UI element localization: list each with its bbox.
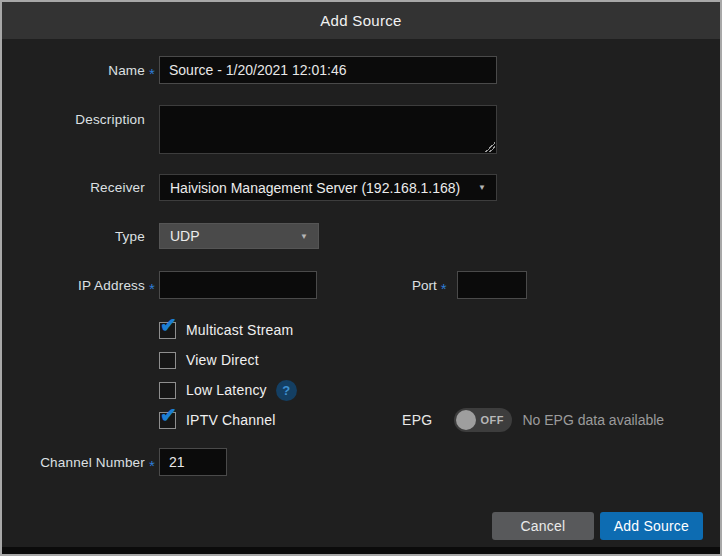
add-source-dialog: Add Source Name * Description Receiver H… [0, 0, 722, 556]
description-field-wrap [159, 105, 497, 154]
ip-port-row: IP Address * Port * [2, 271, 720, 299]
ip-address-label: IP Address [2, 278, 145, 293]
port-label: Port [412, 278, 437, 293]
dialog-body: Name * Description Receiver Haivision Ma… [2, 39, 720, 547]
chevron-down-icon: ▼ [300, 232, 308, 241]
view-direct-checkbox[interactable]: ✔ View Direct [159, 352, 259, 369]
multicast-stream-checkbox[interactable]: ✔ Multicast Stream [159, 322, 293, 339]
epg-toggle-state: OFF [480, 414, 504, 426]
checkbox-box[interactable]: ✔ [159, 382, 176, 399]
iptv-channel-row: ✔ IPTV Channel EPG OFF No EPG data avail… [2, 405, 720, 435]
checkbox-group: ✔ Multicast Stream ✔ View Direct ✔ Low L… [2, 315, 720, 435]
required-asterisk: * [145, 457, 159, 474]
required-asterisk: * [437, 280, 451, 297]
name-input[interactable] [159, 56, 497, 84]
multicast-stream-checkbox-label: Multicast Stream [186, 322, 293, 338]
checkbox-box[interactable]: ✔ [159, 352, 176, 369]
receiver-row: Receiver Haivision Management Server (19… [2, 174, 720, 201]
help-icon[interactable]: ? [276, 380, 297, 401]
resize-handle-icon[interactable] [485, 142, 495, 152]
channel-number-row: Channel Number * [2, 448, 720, 476]
dialog-title-bar: Add Source [2, 2, 720, 39]
low-latency-checkbox-label: Low Latency [186, 382, 267, 398]
epg-label: EPG [402, 412, 432, 428]
cancel-button[interactable]: Cancel [492, 512, 594, 540]
iptv-channel-checkbox-label: IPTV Channel [186, 412, 276, 428]
dialog-bottom-strip [2, 547, 720, 554]
iptv-channel-checkbox[interactable]: ✔ IPTV Channel [159, 412, 276, 429]
receiver-label: Receiver [2, 180, 145, 195]
description-textarea[interactable] [159, 105, 497, 154]
epg-status-text: No EPG data available [522, 412, 664, 428]
epg-cluster: EPG OFF No EPG data available [402, 408, 664, 432]
chevron-down-icon: ▼ [478, 183, 486, 192]
ip-address-input[interactable] [159, 271, 317, 299]
description-row: Description [2, 105, 720, 154]
checkbox-box[interactable]: ✔ [159, 322, 176, 339]
port-input[interactable] [457, 271, 527, 299]
name-row: Name * [2, 56, 720, 84]
checkbox-box[interactable]: ✔ [159, 412, 176, 429]
name-label: Name [2, 63, 145, 78]
description-label: Description [2, 105, 145, 127]
receiver-select[interactable]: Haivision Management Server (192.168.1.1… [159, 174, 497, 201]
toggle-knob-icon [456, 410, 476, 430]
type-label: Type [2, 229, 145, 244]
type-select-value: UDP [170, 228, 200, 244]
dialog-title: Add Source [320, 12, 401, 29]
required-asterisk: * [145, 280, 159, 297]
channel-number-label: Channel Number [2, 455, 145, 470]
view-direct-row: ✔ View Direct [2, 345, 720, 375]
channel-number-input[interactable] [159, 448, 227, 476]
type-select[interactable]: UDP ▼ [159, 223, 319, 249]
receiver-select-value: Haivision Management Server (192.168.1.1… [170, 180, 460, 196]
epg-toggle[interactable]: OFF [454, 408, 512, 432]
view-direct-checkbox-label: View Direct [186, 352, 259, 368]
checkmark-icon: ✔ [160, 315, 177, 335]
required-asterisk: * [145, 65, 159, 82]
checkmark-icon: ✔ [160, 405, 177, 425]
dialog-footer: Cancel Add Source [2, 512, 720, 540]
multicast-stream-row: ✔ Multicast Stream [2, 315, 720, 345]
low-latency-row: ✔ Low Latency ? [2, 375, 720, 405]
add-source-button[interactable]: Add Source [600, 512, 703, 540]
low-latency-checkbox[interactable]: ✔ Low Latency [159, 382, 267, 399]
type-row: Type UDP ▼ [2, 223, 720, 249]
